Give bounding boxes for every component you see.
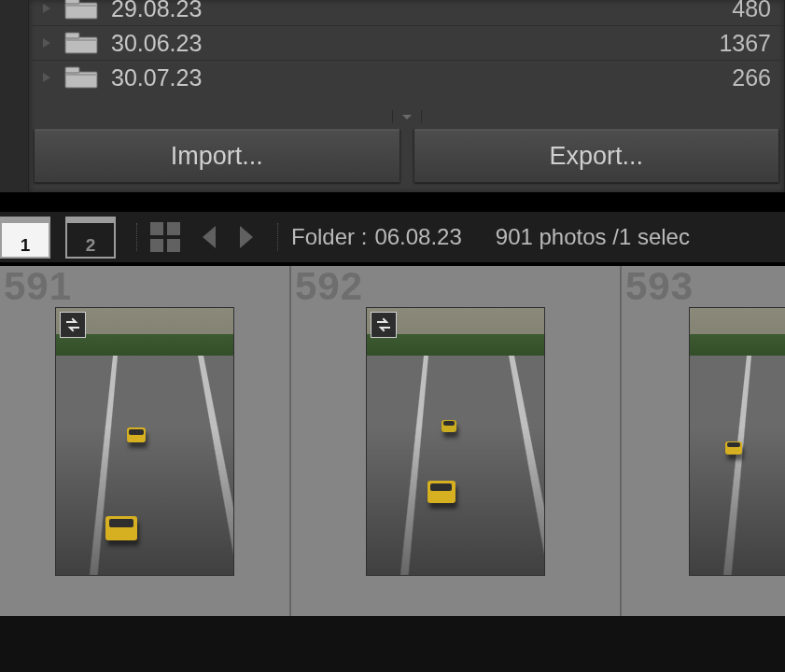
svg-marker-12: [402, 115, 412, 119]
breadcrumb[interactable]: Folder : 06.08.23: [291, 212, 462, 262]
folder-name: 30.07.23: [111, 64, 732, 91]
breadcrumb-folder: 06.08.23: [374, 224, 461, 250]
folder-count: 266: [732, 64, 771, 91]
folder-icon: [64, 32, 111, 54]
disclosure-triangle-icon[interactable]: [29, 3, 64, 14]
folder-row[interactable]: 30.07.23 266: [29, 60, 784, 94]
sync-badge-icon: [371, 312, 397, 338]
thumbnail[interactable]: [366, 307, 545, 576]
svg-marker-4: [43, 38, 50, 48]
nav-back-icon[interactable]: [199, 223, 217, 251]
svg-marker-0: [43, 4, 50, 13]
selection-status: 901 photos /1 selec: [496, 224, 690, 250]
folder-count: 480: [732, 0, 771, 22]
svg-rect-6: [65, 33, 79, 38]
svg-marker-13: [203, 226, 216, 248]
svg-rect-2: [65, 0, 79, 4]
folder-icon: [64, 0, 111, 20]
disclosure-triangle-icon[interactable]: [29, 72, 64, 83]
svg-rect-3: [65, 5, 97, 7]
svg-rect-11: [65, 74, 97, 76]
thumbnail[interactable]: [55, 307, 234, 576]
panel-collapse-handle[interactable]: [392, 110, 422, 123]
thumbnail-image: [367, 308, 544, 575]
export-button[interactable]: Export...: [414, 129, 780, 183]
divider: [277, 223, 278, 251]
primary-window-number: 1: [21, 235, 31, 256]
primary-window-toggle[interactable]: 1: [0, 217, 50, 259]
filmstrip-cell[interactable]: 591: [0, 266, 289, 616]
folder-name: 29.08.23: [111, 0, 732, 22]
svg-marker-8: [43, 73, 50, 82]
filmstrip-toolbar: 1 2 Folder : 06.08.23 901 photos /1 sele…: [0, 212, 785, 262]
export-button-label: Export...: [549, 142, 643, 171]
svg-marker-14: [240, 226, 253, 248]
grid-view-icon[interactable]: [150, 222, 180, 252]
filmstrip-cell[interactable]: 592: [289, 266, 620, 616]
folder-count: 1367: [719, 30, 771, 57]
sync-badge-icon: [60, 312, 86, 338]
thumbnail-image: [56, 308, 233, 575]
thumbnail[interactable]: [689, 307, 785, 576]
folder-row[interactable]: 29.08.23 480: [29, 0, 784, 25]
breadcrumb-prefix: Folder :: [291, 224, 367, 250]
import-export-row: Import... Export...: [28, 129, 785, 183]
folder-name: 30.06.23: [111, 30, 719, 57]
bottom-bar: [0, 616, 785, 672]
filmstrip-cell[interactable]: 593: [620, 266, 785, 616]
left-gutter: [0, 0, 28, 192]
svg-rect-7: [65, 39, 97, 41]
folder-icon: [64, 66, 111, 89]
secondary-window-number: 2: [86, 235, 96, 256]
import-button[interactable]: Import...: [34, 129, 400, 183]
disclosure-triangle-icon[interactable]: [29, 37, 64, 49]
nav-forward-icon[interactable]: [236, 223, 255, 251]
filmstrip[interactable]: 591 592: [0, 266, 785, 616]
import-button-label: Import...: [171, 142, 263, 171]
divider: [136, 223, 137, 251]
thumbnail-image: [690, 308, 785, 575]
folder-row[interactable]: 30.06.23 1367: [29, 25, 784, 60]
svg-rect-10: [65, 67, 79, 73]
secondary-window-toggle[interactable]: 2: [65, 217, 116, 259]
